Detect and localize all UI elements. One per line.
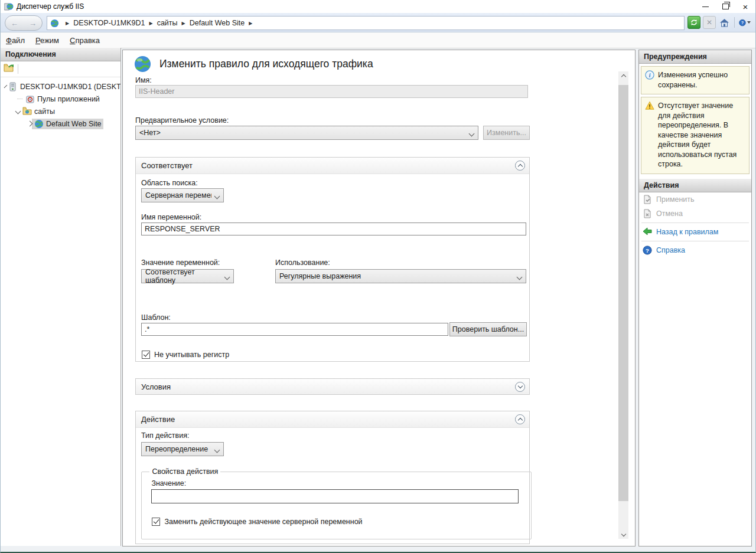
tree-default-site-label: Default Web Site: [46, 120, 102, 128]
scope-select[interactable]: Серверная переменн: [141, 188, 224, 202]
minimize-icon: [702, 6, 709, 7]
action-value-input[interactable]: [151, 489, 519, 503]
forward-button[interactable]: →: [29, 19, 37, 28]
vertical-scrollbar[interactable]: [618, 71, 628, 539]
tree-server-label: DESKTOP-U1MK9D1 (DESKTOP: [20, 83, 121, 91]
breadcrumb-server[interactable]: DESKTOP-U1MK9D1: [73, 19, 145, 27]
actions-header: Действия: [639, 179, 751, 192]
site-globe-icon: [34, 119, 44, 129]
back-to-rules-link[interactable]: Назад к правилам: [639, 225, 751, 239]
help-label: Справка: [656, 246, 685, 254]
svg-text:?: ?: [646, 247, 649, 253]
scrollbar-thumb[interactable]: [618, 85, 628, 501]
restore-button[interactable]: [715, 0, 735, 13]
variable-value-select[interactable]: Соответствует шаблону: [141, 269, 234, 283]
using-select[interactable]: Регулярные выражения: [275, 269, 526, 283]
chevron-down-icon: [517, 274, 523, 280]
back-button[interactable]: ←: [11, 19, 18, 28]
action-value-label: Значение:: [151, 479, 186, 487]
replace-value-row[interactable]: Заменить действующее значение серверной …: [152, 518, 362, 526]
new-connection-icon[interactable]: [4, 63, 14, 75]
breadcrumb[interactable]: ▶ DESKTOP-U1MK9D1 ▶ сайты ▶ Default Web …: [47, 16, 685, 30]
address-bar: ← → ▶ DESKTOP-U1MK9D1 ▶ сайты ▶ Default …: [1, 13, 755, 32]
app-pools-icon: [25, 94, 35, 104]
connections-tree: DESKTOP-U1MK9D1 (DESKTOP Пулы приложений…: [1, 77, 120, 130]
tree-item-default-site[interactable]: Default Web Site: [1, 117, 120, 130]
stop-icon: ✕: [706, 18, 712, 27]
app-icon: [4, 2, 14, 11]
ignore-case-row[interactable]: Не учитывать регистр: [142, 351, 229, 359]
match-section-header[interactable]: Соответствует: [136, 158, 529, 174]
help-button[interactable]: ?: [739, 17, 751, 28]
menu-file[interactable]: Файл: [1, 36, 30, 45]
expand-button[interactable]: [515, 382, 525, 392]
action-section-header[interactable]: Действие: [136, 411, 529, 428]
check-icon: [143, 351, 149, 356]
app-window: Диспетчер служб IIS × ← → ▶ DESKTOP-U1MK…: [0, 0, 756, 553]
breadcrumb-sites[interactable]: сайты: [157, 19, 178, 27]
window-title: Диспетчер служб IIS: [17, 2, 84, 11]
action-type-select[interactable]: Переопределение: [141, 442, 224, 456]
tree-item-sites[interactable]: сайты: [1, 105, 120, 117]
ignore-case-label: Не учитывать регистр: [154, 351, 229, 359]
ignore-case-checkbox[interactable]: [142, 351, 150, 359]
conditions-section: Условия: [135, 378, 530, 395]
expand-icon[interactable]: [4, 85, 8, 89]
edit-precondition-button: Изменить...: [483, 126, 530, 140]
apply-label: Применить: [656, 195, 695, 204]
page-globe-icon: [133, 55, 152, 73]
collapse-button[interactable]: [515, 161, 525, 171]
apply-icon: [643, 195, 652, 204]
actions-separator: [641, 222, 749, 223]
chevron-up-icon: [621, 74, 625, 78]
warning-icon: [645, 101, 654, 110]
svg-text:?: ?: [741, 20, 744, 25]
cancel-action: Отмена: [639, 207, 751, 221]
conditions-section-header[interactable]: Условия: [136, 379, 529, 394]
help-caret-icon: [747, 21, 751, 24]
home-button[interactable]: [718, 17, 730, 28]
alerts-header: Предупреждения: [639, 50, 751, 64]
breadcrumb-site[interactable]: Default Web Site: [190, 19, 245, 27]
expand-icon[interactable]: [15, 109, 21, 114]
warning-alert: Отсутствует значение для действия переоп…: [641, 97, 750, 174]
replace-value-checkbox[interactable]: [152, 518, 160, 526]
using-label: Использование:: [275, 258, 330, 267]
menu-view[interactable]: Режим: [30, 36, 64, 45]
connections-panel: Подключения DESKTOP-U1MK9D1 (DESKTOP Пул…: [1, 48, 121, 546]
pattern-input[interactable]: [141, 323, 448, 336]
connections-toolbar: [1, 61, 120, 77]
apply-action: Применить: [639, 192, 751, 207]
chevron-down-icon: [469, 131, 475, 137]
refresh-button[interactable]: [687, 16, 700, 29]
action-properties-legend: Свойства действия: [149, 467, 220, 476]
tree-item-app-pools[interactable]: Пулы приложений: [1, 93, 120, 105]
breadcrumb-arrow-icon: ▶: [66, 21, 69, 26]
restore-icon: [722, 4, 729, 9]
chevron-down-icon: [214, 447, 220, 453]
minimize-button[interactable]: [695, 0, 715, 13]
pattern-label: Шаблон:: [141, 313, 171, 322]
scroll-down-button[interactable]: [618, 529, 628, 539]
breadcrumb-arrow-icon: ▶: [149, 21, 153, 26]
action-section: Действие Тип действия: Переопределение С…: [135, 411, 530, 544]
help-circle-icon: ?: [643, 246, 652, 255]
warning-alert-text: Отсутствует значение для действия переоп…: [658, 101, 746, 169]
tree-item-server[interactable]: DESKTOP-U1MK9D1 (DESKTOP: [1, 80, 120, 93]
scroll-up-button[interactable]: [618, 71, 628, 81]
stop-button[interactable]: ✕: [703, 16, 716, 29]
menu-help[interactable]: Справка: [64, 36, 105, 45]
help-link[interactable]: ? Справка: [639, 243, 751, 257]
replace-value-label: Заменить действующее значение серверной …: [164, 518, 362, 526]
connections-header: Подключения: [1, 48, 120, 61]
collapse-button[interactable]: [515, 414, 525, 424]
cancel-icon: [643, 209, 652, 218]
precondition-select[interactable]: <Нет>: [135, 126, 478, 140]
sites-folder-icon: [22, 107, 32, 116]
chevron-up-icon: [517, 164, 522, 169]
tree-app-pools-label: Пулы приложений: [37, 95, 100, 103]
close-icon: ×: [743, 2, 748, 11]
close-button[interactable]: ×: [735, 0, 755, 13]
test-pattern-button[interactable]: Проверить шаблон...: [449, 322, 527, 336]
variable-name-input[interactable]: [141, 222, 526, 235]
